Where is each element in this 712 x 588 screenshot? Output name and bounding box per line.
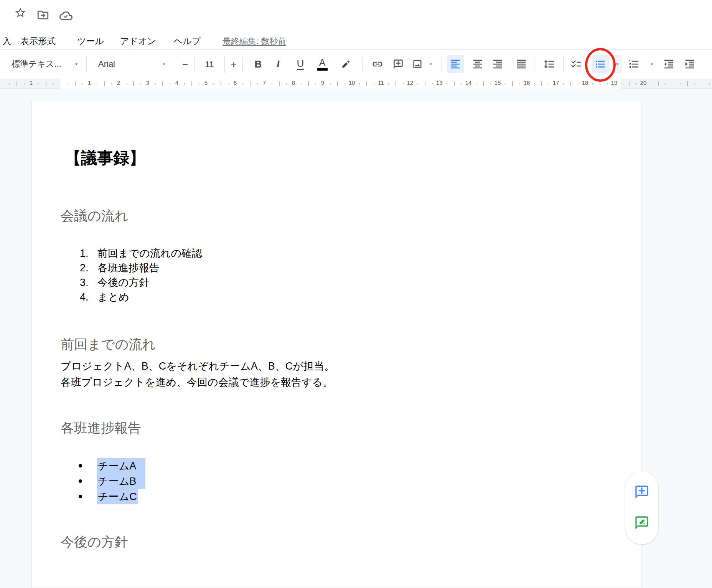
ruler-tick <box>476 83 476 84</box>
align-center-button[interactable] <box>469 55 486 73</box>
toolbar-divider <box>362 57 363 71</box>
highlighter-icon <box>341 59 352 69</box>
insert-image-button[interactable] <box>409 55 426 73</box>
increase-font-size-button[interactable]: + <box>225 56 242 73</box>
chevron-down-icon <box>73 61 80 68</box>
ruler-label: 15 <box>494 79 501 86</box>
ruler-label: 14 <box>465 79 472 86</box>
ruler-tick <box>140 83 141 84</box>
align-left-button[interactable] <box>447 55 464 73</box>
ruler-tick <box>111 83 112 84</box>
ruler-tick <box>483 81 484 86</box>
menu-help[interactable]: ヘルプ <box>174 35 201 47</box>
bulleted-list-dropdown[interactable] <box>612 55 622 73</box>
ruler-tick <box>694 83 695 84</box>
ruler-tick <box>9 83 10 84</box>
checklist-button[interactable] <box>568 55 585 73</box>
bulleted-list-icon <box>595 58 606 70</box>
ruler-tick <box>621 83 622 84</box>
chevron-down-icon <box>160 61 167 68</box>
bulleted-list-button[interactable] <box>592 55 609 73</box>
list-number: 1. <box>80 248 92 259</box>
ruler-tick <box>454 81 455 86</box>
ruler-tick <box>658 81 659 86</box>
underline-button[interactable]: U <box>292 55 309 73</box>
list-text: 今後の方針 <box>97 277 150 288</box>
align-right-icon <box>492 58 503 70</box>
numbered-list-button[interactable] <box>626 55 643 73</box>
decrease-font-size-button[interactable]: − <box>176 56 194 73</box>
ruler-tick <box>461 83 462 84</box>
ruler-tick <box>170 83 170 84</box>
menu-addons[interactable]: アドオン <box>120 35 156 47</box>
align-right-button[interactable] <box>489 55 506 73</box>
decrease-indent-button[interactable] <box>660 55 677 73</box>
cloud-check-icon[interactable] <box>59 9 73 22</box>
ruler-tick <box>388 83 389 84</box>
text-color-button[interactable]: A <box>314 55 331 73</box>
star-icon[interactable] <box>14 7 26 19</box>
doc-heading-progress-report: 各班進捗報告 <box>61 419 141 437</box>
italic-button[interactable]: I <box>270 55 287 73</box>
bold-button[interactable]: B <box>250 55 267 73</box>
checklist-icon <box>570 58 582 70</box>
document-page[interactable]: 【議事録】 会議の流れ 1.前回までの流れの確認 2.各班進捗報告 3.今後の方… <box>31 101 641 588</box>
selected-text: チームC <box>97 489 138 504</box>
insert-link-button[interactable] <box>369 55 386 73</box>
ruler-tick <box>490 83 491 84</box>
insert-image-dropdown[interactable] <box>426 55 436 73</box>
numbered-list-icon <box>628 58 640 70</box>
indent-decrease-icon <box>663 58 674 70</box>
list-number: 4. <box>80 291 92 303</box>
align-justify-button[interactable] <box>513 55 530 73</box>
ruler-label: 8 <box>292 79 295 86</box>
ruler-tick <box>24 83 25 84</box>
ruler-tick <box>403 83 404 84</box>
chevron-down-icon <box>614 61 621 68</box>
add-comment-floating-button[interactable] <box>631 481 653 503</box>
comment-add-icon <box>393 59 404 69</box>
ruler-label: 17 <box>553 79 559 86</box>
ruler-label: 12 <box>407 79 414 86</box>
ruler-label: 7 <box>263 79 266 86</box>
ruler-label: 18 <box>582 79 588 86</box>
ruler-tick <box>578 83 578 84</box>
add-comment-button[interactable] <box>390 55 407 73</box>
ruler-tick <box>432 83 433 84</box>
list-text: 各班進捗報告 <box>97 262 160 274</box>
ruler-tick <box>155 83 156 84</box>
menu-insert-partial[interactable]: 入 <box>2 35 11 47</box>
menu-format[interactable]: 表示形式 <box>20 35 56 47</box>
ruler-tick <box>82 83 83 84</box>
toolbar: 標準テキス... Arial − 11 + B I U A <box>0 49 712 79</box>
doc-heading-meeting-flow: 会議の流れ <box>61 207 129 225</box>
move-folder-icon[interactable] <box>36 8 49 21</box>
ruler-label: 4 <box>175 79 178 86</box>
ruler-tick <box>359 83 360 84</box>
ruler-tick <box>191 81 192 86</box>
ruler-tick <box>126 83 127 84</box>
doc-heading-previous-flow: 前回までの流れ <box>61 335 156 353</box>
last-edit-link[interactable]: 最終編集: 数秒前 <box>222 36 286 47</box>
ruler-tick <box>46 81 46 86</box>
ruler-tick <box>709 83 710 84</box>
ruler-tick <box>337 81 338 86</box>
highlight-color-button[interactable] <box>338 55 355 73</box>
font-size-value[interactable]: 11 <box>194 56 225 73</box>
suggest-edits-floating-button[interactable] <box>631 512 653 533</box>
ruler-tick <box>665 83 666 84</box>
ruler-tick <box>250 81 251 86</box>
line-spacing-button[interactable] <box>541 55 558 73</box>
ruler-tick <box>680 83 681 84</box>
font-dropdown[interactable]: Arial <box>95 55 170 73</box>
ruler-label: 2 <box>117 79 120 86</box>
list-text: 前回までの流れの確認 <box>97 248 202 259</box>
selected-text: チームA <box>97 458 145 474</box>
paragraph-style-dropdown[interactable]: 標準テキス... <box>8 55 83 73</box>
numbered-list-dropdown[interactable] <box>647 55 657 73</box>
doc-paragraph: プロジェクトA、B、CをそれぞれチームA、B、Cが担当。 <box>61 359 335 373</box>
menu-tools[interactable]: ツール <box>77 35 104 47</box>
ruler-tick <box>199 83 199 84</box>
align-center-icon <box>472 58 483 70</box>
increase-indent-button[interactable] <box>681 55 698 73</box>
